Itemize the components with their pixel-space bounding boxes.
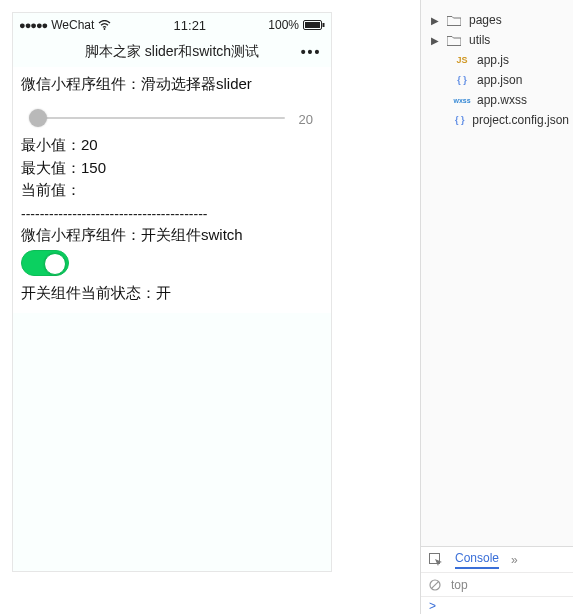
- file-label: app.json: [477, 73, 522, 87]
- caret-right-icon: ▶: [431, 35, 439, 46]
- file-label: app.js: [477, 53, 509, 67]
- folder-icon: [445, 35, 463, 46]
- context-selector[interactable]: top: [451, 578, 468, 592]
- battery-percent: 100%: [268, 18, 299, 32]
- status-time: 11:21: [111, 18, 268, 33]
- json-file-icon: { }: [453, 115, 466, 125]
- simulator-area: ●●●●● WeChat 11:21 100%: [0, 0, 420, 614]
- min-value-label: 最小值：20: [21, 134, 323, 157]
- more-tabs-icon[interactable]: »: [511, 553, 518, 567]
- folder-utils[interactable]: ▶ utils: [429, 30, 569, 50]
- svg-rect-3: [323, 23, 325, 27]
- switch-knob: [44, 253, 66, 275]
- file-app-json[interactable]: { } app.json: [429, 70, 569, 90]
- folder-icon: [445, 15, 463, 26]
- slider-component[interactable]: 20: [25, 104, 319, 132]
- switch-component[interactable]: [21, 250, 69, 276]
- phone-simulator: ●●●●● WeChat 11:21 100%: [12, 12, 332, 572]
- status-bar: ●●●●● WeChat 11:21 100%: [13, 13, 331, 37]
- carrier-label: WeChat: [51, 18, 94, 32]
- wifi-icon: [98, 20, 111, 30]
- file-project-config[interactable]: { } project.config.json: [429, 110, 569, 130]
- caret-right-icon: ▶: [431, 15, 439, 26]
- file-app-js[interactable]: JS app.js: [429, 50, 569, 70]
- file-label: project.config.json: [472, 113, 569, 127]
- slider-track: [33, 117, 285, 119]
- svg-rect-2: [305, 22, 320, 28]
- folder-pages[interactable]: ▶ pages: [429, 10, 569, 30]
- json-file-icon: { }: [453, 75, 471, 85]
- devtools-panel: ▶ pages ▶ utils JS app.js { } app.json w…: [420, 0, 573, 614]
- file-app-wxss[interactable]: wxss app.wxss: [429, 90, 569, 110]
- prompt-chevron-icon: >: [429, 599, 436, 613]
- folder-label: utils: [469, 33, 490, 47]
- current-value-label: 当前值：: [21, 179, 323, 202]
- slider-thumb[interactable]: [29, 109, 47, 127]
- status-left: ●●●●● WeChat: [19, 18, 111, 32]
- more-button[interactable]: •••: [291, 44, 331, 60]
- svg-line-6: [432, 581, 438, 587]
- inspect-element-icon[interactable]: [429, 553, 443, 567]
- svg-point-0: [104, 28, 106, 30]
- slider-value-label: 20: [299, 112, 313, 127]
- max-value-label: 最大值：150: [21, 157, 323, 180]
- signal-dots-icon: ●●●●●: [19, 19, 47, 31]
- text-divider: ----------------------------------------: [21, 206, 323, 222]
- file-label: app.wxss: [477, 93, 527, 107]
- console-tab-bar: Console »: [421, 546, 573, 572]
- js-file-icon: JS: [453, 55, 471, 65]
- console-prompt[interactable]: >: [421, 596, 573, 614]
- switch-state-label: 开关组件当前状态：开: [21, 282, 323, 305]
- folder-label: pages: [469, 13, 502, 27]
- battery-icon: [303, 20, 325, 30]
- console-tab[interactable]: Console: [455, 551, 499, 569]
- clear-console-icon[interactable]: [429, 579, 441, 591]
- page-content: 微信小程序组件：滑动选择器slider 20 最小值：20 最大值：150 当前…: [13, 67, 331, 313]
- file-tree: ▶ pages ▶ utils JS app.js { } app.json w…: [421, 0, 573, 134]
- status-right: 100%: [268, 18, 325, 32]
- nav-bar: 脚本之家 slider和switch测试 •••: [13, 37, 331, 67]
- slider-heading: 微信小程序组件：滑动选择器slider: [21, 75, 323, 94]
- wxss-file-icon: wxss: [453, 97, 471, 104]
- page-title: 脚本之家 slider和switch测试: [53, 43, 291, 61]
- console-filter-bar: top: [421, 572, 573, 596]
- switch-heading: 微信小程序组件：开关组件switch: [21, 224, 323, 247]
